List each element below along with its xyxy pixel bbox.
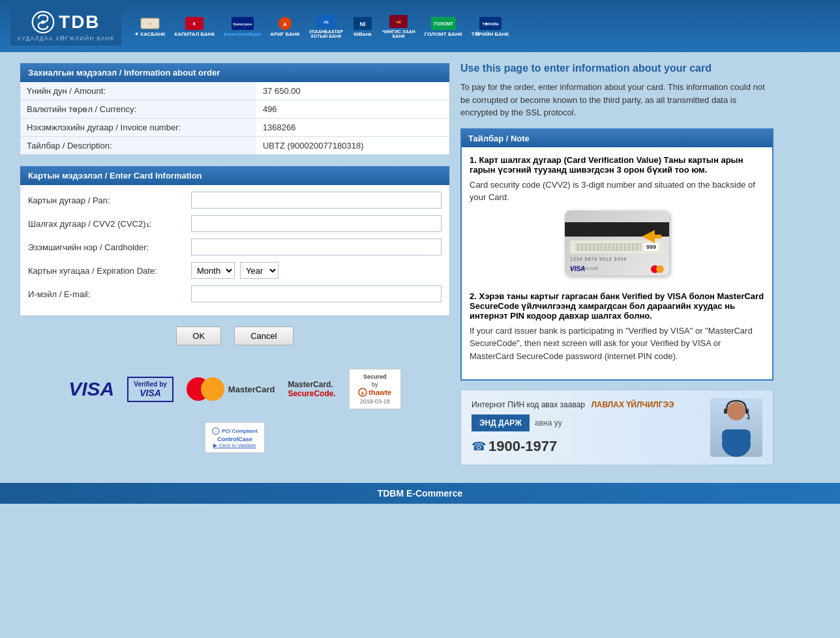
email-row: И-мэйл / E-mail: <box>28 285 442 302</box>
bank-logos-container: ✦ ✦ ХАСБАНК К КАПИТАЛ БАНК Капитрон Капи… <box>134 14 830 38</box>
logo-subtitle: ХУДАЛДАА ХӨГЖЛИЙН БАНК <box>17 35 115 42</box>
cardholder-input[interactable] <box>191 239 442 255</box>
thawte-text: θ thawte <box>358 388 391 397</box>
note-item-1-number: 1. Карт шалгах дугаар (Card Verification… <box>470 155 764 175</box>
bank-arig[interactable]: A АРИГ БАНК <box>270 16 300 37</box>
thawte-date: 2018-03-18 <box>360 398 390 405</box>
email-input[interactable] <box>191 285 442 302</box>
card-strip-pattern <box>575 243 641 251</box>
service-button-suffix: авна уу <box>535 418 562 428</box>
service-action-button[interactable]: ЭНД ДАРЖ <box>472 414 530 431</box>
tdb-logo[interactable]: TDB ХУДАЛДАА ХӨГЖЛИЙН БАНК <box>10 7 121 46</box>
pci-icon-row: ✓ PCI Compliant <box>212 427 258 435</box>
bank-kapitron[interactable]: Капитрон КапитронБанк <box>224 16 261 37</box>
footer-text: TDBM E-Commerce <box>378 488 463 499</box>
bank-chinggis[interactable]: ЧХ ЧИНГИС ХААНБАНК <box>382 14 415 38</box>
note-item-1-body: Card security code (CVV2) is 3-digit num… <box>470 179 764 204</box>
card-number-display: 1234 5678 9012 3456 <box>570 257 627 261</box>
page-header: TDB ХУДАЛДАА ХӨГЖЛИЙН БАНК ✦ ✦ ХАСБАНК К… <box>0 0 840 52</box>
mastercard-text: MasterCard <box>228 384 275 394</box>
service-info: Интернэт ПИН код авах заавар ЛАВЛАХ ҮЙЛЧ… <box>472 400 710 455</box>
service-phone-row: ☎ 1900-1977 <box>472 438 710 455</box>
note-item-1: 1. Карт шалгах дугаар (Card Verification… <box>470 155 764 282</box>
card-arrow-icon <box>642 230 661 245</box>
year-select[interactable]: Year20182019202020212022202320242025 <box>240 262 278 279</box>
invoice-value: 1368266 <box>256 119 449 137</box>
table-row: Тайлбар / Description: UBTZ (90002007718… <box>20 137 449 155</box>
note-header: Тайлбар / Note <box>462 130 772 147</box>
svg-point-24 <box>727 402 745 420</box>
card-visa-text: VISA <box>570 265 585 272</box>
card-visual: 999 1234 5678 9012 3456 5678 3124 2152 V… <box>565 210 669 276</box>
service-action-row: ЭНД ДАРЖ авна уу <box>472 412 710 434</box>
card-bottom-logos: VISA <box>570 265 664 273</box>
cvv-input[interactable] <box>191 215 442 232</box>
email-label: И-мэйл / E-mail: <box>28 289 191 299</box>
service-banner: Интернэт ПИН код авах заавар ЛАВЛАХ ҮЙЛЧ… <box>460 390 773 465</box>
main-content: Захиалгын мэдээлэл / Information about o… <box>9 52 831 476</box>
bank-toriin[interactable]: ТӨРИЙН ТӨРИЙН БАНК <box>472 16 509 37</box>
expiry-selects: Month010203040506070809101112 Year201820… <box>191 262 278 279</box>
svg-text:✦: ✦ <box>148 22 151 26</box>
ok-button[interactable]: OK <box>176 326 221 345</box>
svg-rect-27 <box>724 409 727 414</box>
description-value: UBTZ (900020077180318) <box>256 137 449 155</box>
table-row: Үнийн дун / Amount: 37 650.00 <box>20 82 449 100</box>
svg-text:Капитрон: Капитрон <box>233 22 252 26</box>
note-item-2-bold: Хэрэв таны картыг гаргасан банк Verified… <box>470 291 764 321</box>
svg-text:✓: ✓ <box>215 429 217 433</box>
svg-text:УБ: УБ <box>323 20 329 24</box>
left-panel: Захиалгын мэдээлэл / Information about o… <box>20 63 450 466</box>
note-item-2-number: 2. Хэрэв таны картыг гаргасан банк Verif… <box>470 291 764 321</box>
bank-kapital[interactable]: К КАПИТАЛ БАНК <box>174 16 215 37</box>
payment-logos: VISA Verified by VISA MasterCard MasterC… <box>20 356 450 466</box>
logo-text: TDB <box>31 10 100 34</box>
service-phone: 1900-1977 <box>488 438 557 455</box>
description-label: Тайлбар / Description: <box>20 137 256 155</box>
pci-compliant-badge: ✓ PCI Compliant ControlCase ▶ Click to V… <box>205 422 265 453</box>
mastercard-logo: MasterCard <box>187 377 275 401</box>
order-info-section: Захиалгын мэдээлэл / Information about o… <box>20 63 450 155</box>
svg-marker-23 <box>642 230 661 243</box>
bank-nibank[interactable]: NI NIBank <box>352 16 373 37</box>
phone-icon: ☎ <box>472 439 486 454</box>
cancel-button[interactable]: Cancel <box>234 326 293 345</box>
pan-input[interactable] <box>191 192 442 209</box>
verified-by-visa-logo: Verified by VISA <box>127 377 173 402</box>
click-validate[interactable]: ▶ Click to Validate <box>213 442 256 448</box>
mc-orange-circle <box>201 377 224 401</box>
secured-by-thawte-badge: Secured by θ thawte 2018-03-18 <box>349 369 401 409</box>
svg-text:A: A <box>283 22 287 27</box>
cvv-row: Шалгах дугаар / CVV2 (CVC2)₁: <box>28 215 442 232</box>
note-item-2: 2. Хэрэв таны картыг гаргасан банк Verif… <box>470 291 764 363</box>
svg-point-1 <box>41 20 44 23</box>
visa-logo: VISA <box>68 378 114 400</box>
service-link-label: ЛАВЛАХ ҮЙЛЧИЛГЭЭ <box>591 400 674 409</box>
info-title: Use this page to enter information about… <box>460 63 773 74</box>
amount-value: 37 650.00 <box>256 82 449 100</box>
svg-text:ТӨРИЙН: ТӨРИЙН <box>482 22 499 26</box>
svg-text:ГОЛОМТ: ГОЛОМТ <box>434 22 453 26</box>
bank-ulaanbaatar[interactable]: УБ УЛААНБААТАРХОТЫН БАНК <box>309 14 343 38</box>
card-info-header: Картын мэдээлэл / Enter Card Information <box>20 166 449 185</box>
pan-label: Картын дугаар / Pan: <box>28 196 191 205</box>
card-info-section: Картын мэдээлэл / Enter Card Information… <box>20 166 450 316</box>
badge-by: by <box>372 381 378 388</box>
currency-value: 496 <box>256 100 449 119</box>
bank-xasbank[interactable]: ✦ ✦ ХАСБАНК <box>134 16 166 37</box>
cardholder-label: Эзэмшигчийн нэр / Cardholder: <box>28 242 191 252</box>
cardholder-row: Эзэмшигчийн нэр / Cardholder: <box>28 239 442 255</box>
order-info-header: Захиалгын мэдээлэл / Information about o… <box>20 63 449 82</box>
right-panel: Use this page to enter information about… <box>460 63 773 466</box>
month-select[interactable]: Month010203040506070809101112 <box>191 262 235 279</box>
footer-bar: TDBM E-Commerce <box>0 483 840 504</box>
bank-golomt[interactable]: ГОЛОМТ ГОЛОМТ БАНК <box>425 16 462 37</box>
note-item-2-body: If your card issuer bank is participatin… <box>470 325 764 363</box>
order-info-table: Үнийн дун / Amount: 37 650.00 Валютийн т… <box>20 82 449 154</box>
svg-text:ЧХ: ЧХ <box>396 20 401 24</box>
controlcase-text: ControlCase <box>217 436 252 442</box>
form-buttons: OK Cancel <box>20 326 450 345</box>
invoice-label: Нэхэмжлэхийн дугаар / Invoice number: <box>20 119 256 137</box>
table-row: Валютийн төрөл / Currency: 496 <box>20 100 449 119</box>
service-person-image <box>710 398 762 457</box>
